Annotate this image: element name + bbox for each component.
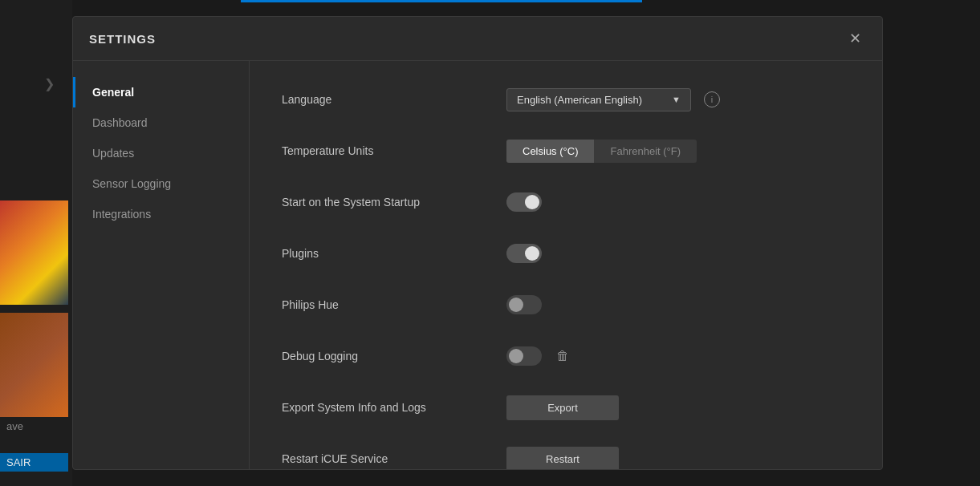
- modal-header: SETTINGS ✕: [73, 17, 882, 61]
- sidebar-label-sensor-logging: Sensor Logging: [92, 177, 171, 190]
- setting-label-startup: Start on the System Startup: [282, 196, 506, 209]
- startup-control: [506, 192, 542, 212]
- philips-hue-toggle-thumb: [509, 298, 523, 312]
- restart-control: Restart: [506, 447, 619, 470]
- setting-row-startup: Start on the System Startup: [282, 188, 850, 217]
- setting-label-philips-hue: Philips Hue: [282, 298, 506, 311]
- settings-modal: SETTINGS ✕ General Dashboard Updates Sen…: [72, 16, 883, 470]
- sidebar-label-general: General: [92, 86, 134, 99]
- debug-logging-trash-icon[interactable]: 🗑: [556, 349, 569, 363]
- setting-row-plugins: Plugins: [282, 239, 850, 268]
- sidebar-item-general[interactable]: General: [73, 77, 249, 107]
- setting-row-philips-hue: Philips Hue: [282, 290, 850, 319]
- bg-thumbnail-2: [0, 313, 68, 417]
- modal-close-button[interactable]: ✕: [844, 28, 866, 49]
- sidebar-item-sensor-logging[interactable]: Sensor Logging: [73, 168, 249, 199]
- startup-toggle-thumb: [525, 195, 539, 209]
- temperature-control: Celsius (°C) Fahrenheit (°F): [506, 140, 697, 163]
- language-info-icon[interactable]: i: [704, 91, 720, 107]
- debug-logging-toggle[interactable]: [506, 346, 542, 366]
- language-control: English (American English) ▼ i: [506, 88, 720, 111]
- setting-label-plugins: Plugins: [282, 247, 506, 260]
- modal-title: SETTINGS: [89, 32, 156, 46]
- bg-thumbnail-1: [0, 200, 68, 305]
- setting-label-language: Language: [282, 93, 506, 106]
- setting-row-debug-logging: Debug Logging 🗑: [282, 342, 850, 371]
- top-progress-bar: [241, 0, 642, 2]
- sidebar-item-integrations[interactable]: Integrations: [73, 199, 249, 229]
- fahrenheit-button[interactable]: Fahrenheit (°F): [594, 140, 697, 163]
- temperature-toggle-group: Celsius (°C) Fahrenheit (°F): [506, 140, 697, 163]
- chevron-down-icon: ▼: [672, 95, 681, 104]
- philips-hue-control: [506, 295, 542, 314]
- sidebar-label-integrations: Integrations: [92, 208, 151, 221]
- setting-row-language: Language English (American English) ▼ i: [282, 85, 850, 114]
- sidebar-item-updates[interactable]: Updates: [73, 138, 249, 168]
- plugins-toggle[interactable]: [506, 244, 542, 263]
- settings-content: Language English (American English) ▼ i …: [250, 61, 882, 469]
- bg-save-label: ave: [0, 417, 30, 435]
- setting-row-temperature: Temperature Units Celsius (°C) Fahrenhei…: [282, 136, 850, 165]
- export-control: Export: [506, 395, 619, 420]
- setting-label-debug-logging: Debug Logging: [282, 350, 506, 362]
- settings-sidebar: General Dashboard Updates Sensor Logging…: [73, 61, 250, 469]
- plugins-toggle-thumb: [525, 246, 539, 261]
- sidebar-item-dashboard[interactable]: Dashboard: [73, 107, 249, 138]
- setting-label-restart: Restart iCUE Service: [282, 452, 506, 465]
- setting-label-temperature: Temperature Units: [282, 144, 506, 157]
- startup-toggle[interactable]: [506, 192, 542, 212]
- debug-logging-toggle-thumb: [509, 349, 523, 363]
- sidebar-label-updates: Updates: [92, 147, 134, 160]
- restart-button[interactable]: Restart: [506, 447, 619, 470]
- plugins-control: [506, 244, 542, 263]
- setting-label-export: Export System Info and Logs: [282, 401, 506, 414]
- bg-chevron-icon: ❯: [44, 76, 55, 91]
- setting-row-restart: Restart iCUE Service Restart: [282, 444, 850, 469]
- celsius-button[interactable]: Celsius (°C): [506, 140, 594, 163]
- language-dropdown-value: English (American English): [517, 94, 642, 106]
- sidebar-label-dashboard: Dashboard: [92, 116, 148, 129]
- philips-hue-toggle[interactable]: [506, 295, 542, 314]
- export-button[interactable]: Export: [506, 395, 619, 420]
- language-dropdown[interactable]: English (American English) ▼: [506, 88, 691, 111]
- modal-body: General Dashboard Updates Sensor Logging…: [73, 61, 882, 469]
- debug-logging-control: 🗑: [506, 346, 569, 366]
- setting-row-export: Export System Info and Logs Export: [282, 393, 850, 422]
- bg-sair-label: SAIR: [0, 453, 68, 472]
